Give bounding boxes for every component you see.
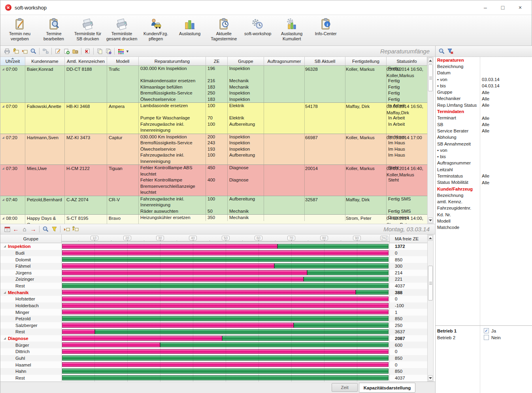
column-header-kundenname[interactable]: Kundenname (25, 57, 65, 66)
repair-item-row[interactable] (139, 72, 427, 78)
filter-row-auftragsnummer[interactable]: Auftragsnummer (436, 160, 532, 166)
filter-row-termindaten[interactable]: Termindaten (436, 108, 532, 115)
table-scrollbar[interactable] (427, 57, 434, 224)
filter-value[interactable]: 03.03.14 (480, 77, 500, 82)
filter-row-kd-nr-[interactable]: Kd. Nr. (436, 212, 532, 218)
filter-value[interactable]: Alle (480, 96, 489, 101)
toolbar-button-auslastung[interactable]: Auslastung (173, 17, 207, 37)
chart-mechanic-row[interactable]: Bürger600 (0, 342, 427, 348)
filter-row--von[interactable]: • von (436, 147, 532, 153)
filter-row-abholung[interactable]: Abholung (436, 134, 532, 141)
repair-item-row[interactable]: Fahrzeugwäsche inkl. Innenreinigung100Au… (139, 152, 427, 164)
filter-clear-icon[interactable] (446, 47, 454, 55)
repair-item-row[interactable]: Klimakondensator ersetzen216MechanikFert… (139, 78, 427, 84)
chart-mechanic-row[interactable]: Budi0 (0, 250, 427, 257)
chart-group-row[interactable]: Mechanik388 (0, 289, 427, 296)
toolbar-button-kunden-fzg-[interactable]: Kunden/Fzg.pflegen (139, 17, 173, 42)
filter-row-status-mobilität[interactable]: Status MobilitätAlle (436, 179, 532, 186)
chart-mechanic-row[interactable]: Rest4037 (0, 375, 427, 382)
copy-icon[interactable] (96, 47, 104, 55)
minimize-button[interactable]: – (482, 4, 489, 11)
appointment-row[interactable]: 07:30Mies,UweH-CM 2122TiguanFehler Kontr… (0, 165, 427, 196)
row-expand-icon[interactable] (2, 167, 4, 170)
chart-mechanic-row[interactable]: Rest4037 (0, 283, 427, 289)
chart-value-column-header[interactable]: MA freie ZE (390, 234, 427, 243)
chart-scrollbar-thumb[interactable] (428, 266, 433, 300)
repair-item-row[interactable]: Bremsflüssigkeits-Service250InspektionFe… (139, 90, 427, 96)
filter-row-terminstatus[interactable]: TerminstatusAlle (436, 173, 532, 179)
search-icon[interactable] (29, 47, 37, 55)
betrieb-checkbox[interactable] (484, 335, 489, 340)
chart-mechanic-row[interactable]: Salzberger250 (0, 322, 427, 329)
chart-mechanic-row[interactable]: Jürgens214 (0, 270, 427, 276)
appointment-add-icon[interactable] (12, 47, 20, 55)
copy-vehicle-icon[interactable] (104, 47, 112, 55)
column-header-gruppe[interactable]: Gruppe (228, 57, 264, 66)
column-header-reparaturumfang[interactable]: Reparaturumfang (139, 57, 206, 66)
column-header-auftragsnummer[interactable]: Auftragsnummer (264, 57, 305, 66)
toolbar-button-termin-neu[interactable]: Termin neuvergeben (3, 17, 37, 42)
scroll-down-icon[interactable] (428, 375, 433, 381)
scroll-up-icon[interactable] (428, 58, 433, 63)
filter-row-bezeichnung[interactable]: Bezeichnung (436, 192, 532, 198)
filter-value[interactable]: Alle (480, 174, 489, 178)
chart-mechanic-row[interactable]: Guhl850 (0, 355, 427, 362)
search-icon[interactable] (438, 47, 445, 55)
repair-item-row[interactable] (139, 109, 427, 115)
toolbar-button-info-center[interactable]: iInfo-Center (309, 17, 343, 37)
calendar-icon[interactable] (3, 225, 11, 233)
filter-row-fahrzeugidentnr-[interactable]: Fahrzeugidentnr. (436, 205, 532, 212)
filter-row--von[interactable]: • von03.03.14 (436, 76, 532, 83)
search-icon[interactable] (42, 225, 49, 233)
repair-item-row[interactable]: Pumpe für Waschanlage70ElektrikIn Arbeit (139, 115, 427, 121)
toolbar-button-termine[interactable]: Terminebearbeiten (37, 17, 71, 42)
column-header-modell[interactable]: Modell (107, 57, 139, 66)
repair-item-row[interactable]: Ölwechselservice193InspektionIm Haus (139, 146, 427, 153)
filter-row-gruppe[interactable]: GruppeAlle (436, 89, 532, 95)
appointment-row[interactable]: 07:40Petzold,BernhardC-AZ 2074CR-VFahrze… (0, 196, 427, 215)
column-header-uhrzeit[interactable]: Uhrzeit (0, 57, 25, 66)
chart-mechanic-row[interactable]: Dittrich0 (0, 348, 427, 355)
chart-mechanic-row[interactable]: Haamel0 (0, 361, 427, 368)
filter-value[interactable]: Alle (480, 180, 489, 185)
repair-item-row[interactable]: Klimaanlage befüllen183MechanikFertig (139, 84, 427, 91)
maximize-button[interactable]: □ (499, 4, 506, 11)
filter-row-modell[interactable]: Modell (436, 218, 532, 224)
chart-mechanic-row[interactable]: Minger1 (0, 309, 427, 316)
filter-row-leitzahl[interactable]: Leitzahl (436, 166, 532, 173)
filter-row-terminart[interactable]: TerminartAlle (436, 115, 532, 121)
scroll-up-icon[interactable] (428, 235, 433, 241)
filter-value[interactable]: Alle (480, 128, 489, 133)
filter-row-service-berater[interactable]: Service BeraterAlle (436, 128, 532, 134)
row-expand-icon[interactable] (2, 198, 4, 201)
toolbar-button-auslastung[interactable]: AuslastungKumuliert (275, 17, 309, 42)
prev-day-icon[interactable]: ← (12, 225, 20, 233)
scroll-down-icon[interactable] (428, 217, 433, 223)
filter-row-sb-annahmezeit[interactable]: SB Annahmezeit (436, 141, 532, 147)
chart-scrollbar[interactable] (427, 234, 434, 382)
print-icon[interactable] (3, 47, 11, 55)
row-expand-icon[interactable] (2, 68, 4, 70)
toolbar-button-soft-workshop[interactable]: soft-workshop (241, 17, 275, 37)
appointment-row[interactable]: 08:00Happy Days & Co.S-CT 8195BravoHeizu… (0, 215, 427, 224)
settings-icon[interactable] (71, 47, 79, 55)
appointment-move-icon[interactable] (21, 47, 28, 55)
toolbar-button-terminliste[interactable]: Terminlistegesamt drucken (105, 17, 139, 42)
chart-mechanic-row[interactable]: Rest3637 (0, 329, 427, 335)
repair-item-row[interactable]: Räder auswuchten50MechanikFertig SMS (139, 208, 427, 215)
filter-value[interactable]: Alle (480, 116, 489, 121)
link-icon[interactable] (42, 47, 49, 55)
filter-row-amtl-kennz-[interactable]: amtl. Kennz. (436, 199, 532, 205)
filter-value[interactable]: Alle (480, 90, 489, 95)
tab-kapazitaetsdarstellung[interactable]: Kapazitätsdarstellung (359, 383, 415, 393)
filter-row-matchcode[interactable]: Matchcode (436, 225, 532, 231)
chart-mechanic-row[interactable]: Hahn850 (0, 368, 427, 375)
color-grid-icon[interactable] (117, 47, 125, 55)
expand-all-icon[interactable] (71, 225, 79, 233)
repair-item-row[interactable]: Fehler Kontrolllampe Bremsenverschleißan… (139, 177, 427, 196)
delete-icon[interactable] (83, 47, 91, 55)
filter-row-datum[interactable]: Datum (436, 70, 532, 76)
filter-row-sb[interactable]: SBAlle (436, 121, 532, 128)
filter-row-reparaturen[interactable]: Reparaturen (436, 57, 532, 63)
chart-group-column-header[interactable]: Gruppe (0, 234, 62, 243)
